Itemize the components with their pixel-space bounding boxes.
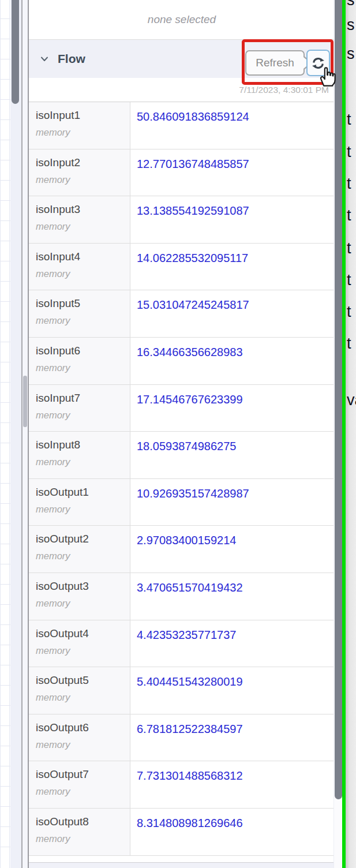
context-value-cell: 8.314808981269646 (130, 809, 335, 855)
table-row[interactable]: isoInput6 memory 16.34466356628983 (29, 338, 335, 385)
context-value: 4.42353235771737 (137, 628, 236, 641)
context-key: isoOutput5 (36, 674, 126, 687)
context-key-cell: isoInput1 memory (29, 102, 130, 149)
context-value: 16.34466356628983 (137, 346, 243, 358)
table-row[interactable]: isoInput5 memory 15.031047245245817 (29, 290, 335, 338)
refresh-timestamp: 7/11/2023, 4:30:01 PM (239, 85, 329, 95)
context-key: isoInput1 (36, 109, 126, 122)
context-key: isoOutput3 (36, 580, 126, 593)
sidebar-left-scroll-track (23, 0, 28, 868)
context-store-label: memory (36, 692, 126, 703)
context-key: isoInput7 (36, 392, 126, 405)
context-key-cell: isoOutput8 memory (29, 809, 130, 855)
canvas-scrollbar-track (10, 0, 21, 868)
refresh-button[interactable] (306, 50, 330, 76)
context-key-cell: isoInput3 memory (29, 196, 130, 243)
refresh-tooltip: Refresh (245, 50, 305, 76)
context-value-cell: 14.062285532095117 (130, 244, 335, 290)
context-value-cell: 10.926935157428987 (130, 479, 335, 526)
grid-line (0, 0, 1, 868)
context-key-cell: isoInput2 memory (29, 149, 130, 196)
table-row[interactable]: isoOutput6 memory 6.781812522384597 (29, 714, 335, 762)
section-title: Flow (58, 52, 85, 66)
clipped-text-fragment: t (347, 176, 351, 192)
context-value-cell: 18.0593874986275 (130, 432, 335, 478)
table-row[interactable]: isoOutput3 memory 3.470651570419432 (29, 573, 335, 620)
context-key-cell: isoOutput1 memory (29, 479, 130, 526)
clipped-text-fragment: s (347, 0, 355, 8)
context-store-label: memory (36, 645, 126, 656)
context-key: isoOutput6 (36, 721, 126, 734)
table-row[interactable]: isoOutput2 memory 2.97083400159214 (29, 526, 335, 573)
context-key-cell: isoInput4 memory (29, 244, 130, 290)
clipped-text-fragment: t (347, 304, 351, 320)
context-value: 18.0593874986275 (137, 440, 236, 452)
context-value-cell: 7.731301488568312 (130, 761, 335, 808)
context-key-cell: isoOutput3 memory (29, 573, 130, 620)
context-value: 6.781812522384597 (137, 723, 243, 735)
clipped-text-fragment: s (347, 46, 355, 62)
context-value-cell: 5.404451543280019 (130, 667, 335, 714)
context-store-label: memory (36, 833, 126, 844)
table-row[interactable]: isoOutput5 memory 5.404451543280019 (29, 667, 335, 714)
context-value-cell: 16.34466356628983 (130, 338, 335, 384)
context-value-cell: 4.42353235771737 (130, 620, 335, 667)
sidebar-left-scrollbar-thumb[interactable] (23, 376, 27, 427)
table-row[interactable]: isoOutput4 memory 4.42353235771737 (29, 620, 335, 668)
context-store-label: memory (36, 551, 126, 562)
context-value-cell: 13.138554192591087 (130, 196, 335, 243)
clipped-editor-panel: sssttttttttva (346, 0, 356, 868)
context-key-cell: isoOutput2 memory (29, 526, 130, 573)
table-row[interactable]: isoOutput7 memory 7.731301488568312 (29, 761, 335, 809)
next-section-edge (29, 862, 335, 868)
node-red-context-sidebar-screen: none selected Flow 7/11/2023, 4:30:01 PM… (0, 0, 356, 868)
clipped-text-fragment: t (347, 272, 351, 288)
context-key: isoOutput4 (36, 627, 126, 640)
flow-canvas-grid[interactable] (0, 0, 10, 868)
context-key: isoOutput7 (36, 768, 126, 781)
node-section-empty-state: none selected (29, 0, 335, 40)
context-store-label: memory (36, 315, 126, 326)
clipped-text-fragment: t (347, 144, 351, 160)
context-value: 5.404451543280019 (137, 675, 243, 688)
table-row[interactable]: isoInput1 memory 50.846091836859124 (29, 102, 335, 149)
context-key-cell: isoInput8 memory (29, 432, 130, 478)
context-value-cell: 15.031047245245817 (130, 290, 335, 337)
context-store-label: memory (36, 221, 126, 232)
context-key: isoInput5 (36, 297, 126, 310)
refresh-timestamp-row: 7/11/2023, 4:30:01 PM (29, 78, 335, 102)
context-store-label: memory (36, 410, 126, 421)
context-variables-table: isoInput1 memory 50.846091836859124 isoI… (29, 102, 335, 856)
table-row[interactable]: isoInput8 memory 18.0593874986275 (29, 432, 335, 479)
context-key: isoInput6 (36, 345, 126, 357)
context-store-label: memory (36, 174, 126, 185)
context-value: 13.138554192591087 (137, 204, 249, 217)
canvas-scrollbar-thumb[interactable] (12, 0, 20, 104)
context-data-panel: none selected Flow 7/11/2023, 4:30:01 PM… (29, 0, 335, 868)
context-store-label: memory (36, 598, 126, 609)
context-store-label: memory (36, 362, 126, 373)
table-row[interactable]: isoInput2 memory 12.770136748485857 (29, 149, 335, 197)
table-row[interactable]: isoInput4 memory 14.062285532095117 (29, 244, 335, 291)
context-value: 7.731301488568312 (137, 769, 243, 782)
table-row[interactable]: isoOutput8 memory 8.314808981269646 (29, 809, 335, 856)
sidebar-scrollbar-thumb[interactable] (335, 0, 342, 799)
table-row[interactable]: isoInput7 memory 17.14546767623399 (29, 385, 335, 432)
context-store-label: memory (36, 504, 126, 515)
context-value: 10.926935157428987 (137, 487, 249, 500)
context-value: 17.14546767623399 (137, 393, 243, 406)
chevron-down-icon (39, 54, 50, 64)
context-key: isoOutput8 (36, 815, 126, 828)
context-value-cell: 6.781812522384597 (130, 714, 335, 761)
context-store-label: memory (36, 268, 126, 279)
clipped-text-fragment: va (347, 392, 356, 408)
context-value: 3.470651570419432 (137, 581, 243, 594)
table-row[interactable]: isoOutput1 memory 10.926935157428987 (29, 479, 335, 526)
context-value-cell: 3.470651570419432 (130, 573, 335, 620)
context-key-cell: isoOutput6 memory (29, 714, 130, 761)
context-value: 15.031047245245817 (137, 298, 249, 311)
context-key-cell: isoInput6 memory (29, 338, 130, 384)
context-key: isoInput4 (36, 250, 126, 263)
context-value-cell: 2.97083400159214 (130, 526, 335, 573)
table-row[interactable]: isoInput3 memory 13.138554192591087 (29, 196, 335, 244)
